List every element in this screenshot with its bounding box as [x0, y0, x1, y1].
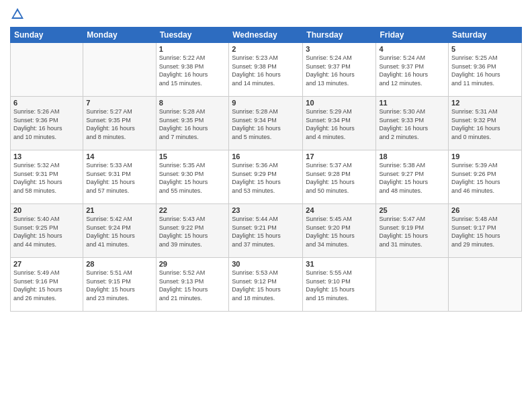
calendar-cell: 5Sunrise: 5:25 AM Sunset: 9:36 PM Daylig…: [449, 43, 522, 97]
day-info: Sunrise: 5:47 AM Sunset: 9:19 PM Dayligh…: [379, 215, 445, 248]
calendar-cell: 24Sunrise: 5:45 AM Sunset: 9:20 PM Dayli…: [303, 204, 376, 258]
calendar-cell: 4Sunrise: 5:24 AM Sunset: 9:37 PM Daylig…: [376, 43, 449, 97]
calendar-week-5: 27Sunrise: 5:49 AM Sunset: 9:16 PM Dayli…: [11, 258, 522, 312]
day-number: 16: [232, 152, 300, 161]
logo-icon: [10, 7, 25, 21]
day-number: 2: [232, 45, 300, 53]
day-info: Sunrise: 5:25 AM Sunset: 9:36 PM Dayligh…: [451, 54, 519, 87]
day-number: 30: [232, 260, 300, 268]
page: SundayMondayTuesdayWednesdayThursdayFrid…: [0, 0, 532, 411]
day-info: Sunrise: 5:28 AM Sunset: 9:35 PM Dayligh…: [159, 107, 226, 141]
day-number: 3: [306, 45, 373, 53]
calendar-cell: 27Sunrise: 5:49 AM Sunset: 9:16 PM Dayli…: [11, 258, 83, 312]
calendar-cell: 8Sunrise: 5:28 AM Sunset: 9:35 PM Daylig…: [156, 97, 229, 150]
calendar-cell: 1Sunrise: 5:22 AM Sunset: 9:38 PM Daylig…: [156, 43, 229, 97]
day-info: Sunrise: 5:38 AM Sunset: 9:27 PM Dayligh…: [379, 161, 445, 195]
calendar-cell: 14Sunrise: 5:33 AM Sunset: 9:31 PM Dayli…: [83, 150, 156, 204]
day-number: 18: [379, 152, 445, 161]
day-number: 29: [159, 260, 226, 268]
calendar-cell: [376, 258, 449, 312]
day-number: 11: [379, 99, 445, 107]
calendar-week-3: 13Sunrise: 5:32 AM Sunset: 9:31 PM Dayli…: [11, 150, 522, 204]
calendar-cell: 21Sunrise: 5:42 AM Sunset: 9:24 PM Dayli…: [83, 204, 156, 258]
calendar-cell: 26Sunrise: 5:48 AM Sunset: 9:17 PM Dayli…: [449, 204, 522, 258]
day-info: Sunrise: 5:49 AM Sunset: 9:16 PM Dayligh…: [13, 269, 80, 302]
day-info: Sunrise: 5:39 AM Sunset: 9:26 PM Dayligh…: [451, 161, 519, 195]
day-info: Sunrise: 5:24 AM Sunset: 9:37 PM Dayligh…: [379, 54, 445, 87]
day-number: 8: [159, 99, 226, 107]
day-number: 21: [86, 206, 152, 214]
day-info: Sunrise: 5:53 AM Sunset: 9:12 PM Dayligh…: [232, 269, 300, 302]
calendar-cell: 2Sunrise: 5:23 AM Sunset: 9:38 PM Daylig…: [229, 43, 303, 97]
day-info: Sunrise: 5:40 AM Sunset: 9:25 PM Dayligh…: [13, 215, 80, 248]
calendar-header-row: SundayMondayTuesdayWednesdayThursdayFrid…: [11, 28, 522, 43]
day-number: 14: [86, 152, 152, 161]
day-number: 23: [232, 206, 300, 214]
day-info: Sunrise: 5:32 AM Sunset: 9:31 PM Dayligh…: [13, 161, 80, 195]
calendar-cell: 25Sunrise: 5:47 AM Sunset: 9:19 PM Dayli…: [376, 204, 449, 258]
calendar-cell: 16Sunrise: 5:36 AM Sunset: 9:29 PM Dayli…: [229, 150, 303, 204]
header-cell-tuesday: Tuesday: [156, 28, 229, 43]
calendar-cell: 13Sunrise: 5:32 AM Sunset: 9:31 PM Dayli…: [11, 150, 83, 204]
calendar-cell: 11Sunrise: 5:30 AM Sunset: 9:33 PM Dayli…: [376, 97, 449, 150]
day-number: 7: [86, 99, 152, 107]
day-info: Sunrise: 5:45 AM Sunset: 9:20 PM Dayligh…: [306, 215, 373, 248]
day-info: Sunrise: 5:30 AM Sunset: 9:33 PM Dayligh…: [379, 107, 445, 141]
calendar-cell: 20Sunrise: 5:40 AM Sunset: 9:25 PM Dayli…: [11, 204, 83, 258]
day-info: Sunrise: 5:31 AM Sunset: 9:32 PM Dayligh…: [451, 107, 519, 141]
calendar-cell: [11, 43, 83, 97]
day-info: Sunrise: 5:35 AM Sunset: 9:30 PM Dayligh…: [159, 161, 226, 195]
day-info: Sunrise: 5:44 AM Sunset: 9:21 PM Dayligh…: [232, 215, 300, 248]
day-number: 5: [451, 45, 519, 53]
day-number: 12: [451, 99, 519, 107]
calendar-cell: 3Sunrise: 5:24 AM Sunset: 9:37 PM Daylig…: [303, 43, 376, 97]
day-number: 19: [451, 152, 519, 161]
header-cell-thursday: Thursday: [303, 28, 376, 43]
header-cell-friday: Friday: [376, 28, 449, 43]
calendar-cell: 10Sunrise: 5:29 AM Sunset: 9:34 PM Dayli…: [303, 97, 376, 150]
day-info: Sunrise: 5:29 AM Sunset: 9:34 PM Dayligh…: [306, 107, 373, 141]
day-number: 27: [13, 260, 80, 268]
calendar-week-4: 20Sunrise: 5:40 AM Sunset: 9:25 PM Dayli…: [11, 204, 522, 258]
calendar-cell: 29Sunrise: 5:52 AM Sunset: 9:13 PM Dayli…: [156, 258, 229, 312]
day-info: Sunrise: 5:36 AM Sunset: 9:29 PM Dayligh…: [232, 161, 300, 195]
day-number: 1: [159, 45, 226, 53]
calendar-cell: [449, 258, 522, 312]
calendar-cell: 7Sunrise: 5:27 AM Sunset: 9:35 PM Daylig…: [83, 97, 156, 150]
day-number: 15: [159, 152, 226, 161]
day-number: 31: [306, 260, 373, 268]
calendar-cell: 6Sunrise: 5:26 AM Sunset: 9:36 PM Daylig…: [11, 97, 83, 150]
day-info: Sunrise: 5:23 AM Sunset: 9:38 PM Dayligh…: [232, 54, 300, 87]
day-number: 13: [13, 152, 80, 161]
calendar-cell: 30Sunrise: 5:53 AM Sunset: 9:12 PM Dayli…: [229, 258, 303, 312]
calendar-cell: 22Sunrise: 5:43 AM Sunset: 9:22 PM Dayli…: [156, 204, 229, 258]
day-number: 9: [232, 99, 300, 107]
calendar-cell: 19Sunrise: 5:39 AM Sunset: 9:26 PM Dayli…: [449, 150, 522, 204]
day-number: 17: [306, 152, 373, 161]
day-number: 25: [379, 206, 445, 214]
calendar-table: SundayMondayTuesdayWednesdayThursdayFrid…: [10, 27, 522, 312]
calendar-cell: 15Sunrise: 5:35 AM Sunset: 9:30 PM Dayli…: [156, 150, 229, 204]
calendar-cell: [83, 43, 156, 97]
logo: [10, 7, 26, 21]
header-cell-wednesday: Wednesday: [229, 28, 303, 43]
day-info: Sunrise: 5:51 AM Sunset: 9:15 PM Dayligh…: [86, 269, 152, 302]
day-number: 24: [306, 206, 373, 214]
day-number: 28: [86, 260, 152, 268]
day-info: Sunrise: 5:33 AM Sunset: 9:31 PM Dayligh…: [86, 161, 152, 195]
day-number: 26: [451, 206, 519, 214]
day-info: Sunrise: 5:43 AM Sunset: 9:22 PM Dayligh…: [159, 215, 226, 248]
day-info: Sunrise: 5:37 AM Sunset: 9:28 PM Dayligh…: [306, 161, 373, 195]
day-number: 10: [306, 99, 373, 107]
calendar-cell: 18Sunrise: 5:38 AM Sunset: 9:27 PM Dayli…: [376, 150, 449, 204]
header-cell-saturday: Saturday: [449, 28, 522, 43]
day-number: 6: [13, 99, 80, 107]
calendar-cell: 17Sunrise: 5:37 AM Sunset: 9:28 PM Dayli…: [303, 150, 376, 204]
day-info: Sunrise: 5:24 AM Sunset: 9:37 PM Dayligh…: [306, 54, 373, 87]
calendar-cell: 31Sunrise: 5:55 AM Sunset: 9:10 PM Dayli…: [303, 258, 376, 312]
day-info: Sunrise: 5:48 AM Sunset: 9:17 PM Dayligh…: [451, 215, 519, 248]
day-info: Sunrise: 5:28 AM Sunset: 9:34 PM Dayligh…: [232, 107, 300, 141]
calendar-cell: 12Sunrise: 5:31 AM Sunset: 9:32 PM Dayli…: [449, 97, 522, 150]
day-number: 20: [13, 206, 80, 214]
calendar-cell: 28Sunrise: 5:51 AM Sunset: 9:15 PM Dayli…: [83, 258, 156, 312]
